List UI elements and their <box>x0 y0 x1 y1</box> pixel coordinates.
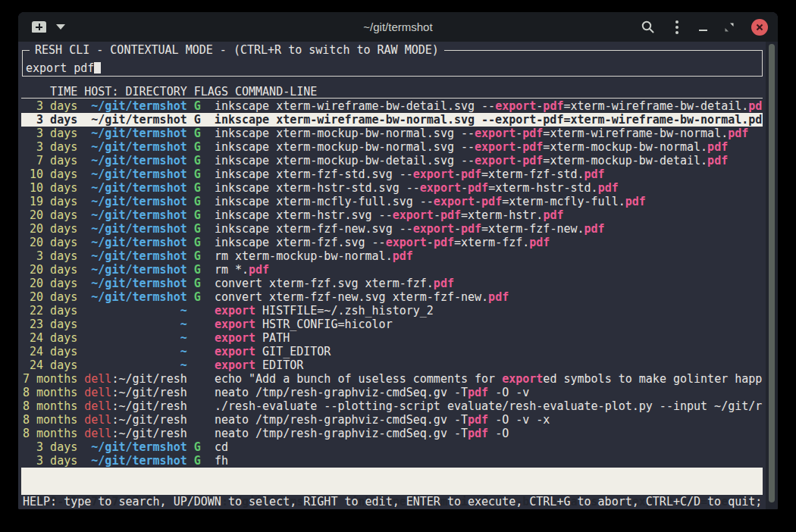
table-row[interactable]: 24 days ~ export EDITOR <box>21 358 763 372</box>
table-row[interactable]: 20 days ~/git/termshot G inkscape xterm-… <box>21 222 763 236</box>
table-row[interactable]: 20 days ~/git/termshot G convert xterm-f… <box>21 290 763 304</box>
table-row[interactable]: 22 days ~ export HISTFILE=~/.zsh_history… <box>21 304 763 318</box>
seg-match: pdf <box>529 236 550 249</box>
seg-cmd: inkscape xterm-hstr.svg -- <box>215 208 393 222</box>
seg-match: pd <box>748 99 762 113</box>
seg-match: export <box>475 127 516 140</box>
table-row[interactable]: 3 days ~/git/termshot G inkscape xterm-m… <box>21 140 763 154</box>
table-row[interactable]: 23 days ~ export HSTR_CONFIG=hicolor <box>21 318 763 331</box>
table-row[interactable]: 24 days ~ export PATH <box>21 331 763 345</box>
seg-host: dell <box>84 372 111 386</box>
table-row[interactable]: 20 days ~/git/termshot G rm *.pdf <box>21 263 763 277</box>
seg-cmd: neato /tmp/resh-graphviz-cmdSeq.gv -T <box>215 413 468 427</box>
seg-dir: ~ <box>180 318 187 331</box>
seg-cmd: rm xterm-mockup-bw-normal. <box>215 249 393 263</box>
seg-cmd: - <box>427 236 434 249</box>
table-row[interactable]: 7 days ~/git/termshot G inkscape xterm-m… <box>21 154 763 167</box>
seg-flag: G <box>194 154 201 167</box>
seg-plain <box>187 208 194 222</box>
seg-plain <box>201 263 215 277</box>
seg-match: pdf <box>393 249 413 263</box>
seg-cmd: =xterm-fzf-new. <box>481 222 584 236</box>
table-row[interactable]: 10 days ~/git/termshot G inkscape xterm-… <box>21 181 763 195</box>
seg-match: pdf <box>468 427 488 440</box>
restore-icon <box>723 21 735 33</box>
seg-cmd: inkscape xterm-fzf.svg -- <box>215 236 386 249</box>
seg-plain <box>201 290 215 304</box>
search-button[interactable] <box>641 20 655 34</box>
seg-match: pdf <box>584 167 605 181</box>
seg-dir: ~/git/termshot <box>91 167 186 181</box>
seg-match: pdf <box>461 167 481 181</box>
seg-sel: 3 days ~/git/termshot G inkscape xterm-w… <box>23 113 762 127</box>
seg-match: pdf <box>625 195 646 208</box>
seg-plain <box>187 358 215 372</box>
seg-cmd: cd <box>215 440 228 454</box>
table-row[interactable]: 8 months dell:~/git/resh neato /tmp/resh… <box>21 413 763 427</box>
seg-cmd: EDITOR <box>255 358 303 372</box>
seg-time: 19 days <box>23 195 77 208</box>
seg-cmd: PATH <box>255 331 290 345</box>
seg-flag: G <box>194 249 201 263</box>
seg-plain <box>187 290 194 304</box>
table-row[interactable]: 8 months dell:~/git/resh ./resh-evaluate… <box>21 399 763 413</box>
seg-plain <box>187 345 215 358</box>
table-row[interactable]: 3 days ~/git/termshot G inkscape xterm-m… <box>21 127 763 140</box>
seg-match: pdf <box>728 127 748 140</box>
table-row[interactable]: 24 days ~ export GIT_EDITOR <box>21 345 763 358</box>
seg-dir: ~/git/termshot <box>91 195 186 208</box>
seg-match: pdf <box>434 277 454 290</box>
menu-button[interactable] <box>671 19 683 36</box>
seg-time: 23 days <box>23 318 77 331</box>
scrollbar[interactable] <box>766 42 778 509</box>
seg-time: 8 months <box>23 413 77 427</box>
seg-dir: ~/git/termshot <box>91 440 186 454</box>
seg-cmd: inkscape xterm-mcfly-full.svg -- <box>215 195 434 208</box>
table-row[interactable]: 20 days ~/git/termshot G convert xterm-f… <box>21 277 763 290</box>
table-row[interactable]: 10 days ~/git/termshot G inkscape xterm-… <box>21 167 763 181</box>
seg-match: export <box>215 345 255 358</box>
table-row[interactable]: 3 days ~/git/termshot G cd <box>21 440 763 454</box>
scrollbar-thumb[interactable] <box>769 44 775 502</box>
seg-cmd: :~/git/resh <box>111 413 186 427</box>
seg-cmd: -O -v -x <box>488 413 550 427</box>
seg-cmd: - <box>516 127 522 140</box>
seg-match: pdf <box>584 222 605 236</box>
table-row[interactable]: 3 days ~/git/termshot G rm xterm-mockup-… <box>21 249 763 263</box>
table-row[interactable]: 3 days ~/git/termshot G inkscape xterm-w… <box>21 113 763 127</box>
minimize-button[interactable] <box>699 23 707 31</box>
table-row[interactable]: 3 days ~/git/termshot G fh <box>21 454 763 468</box>
table-row[interactable]: 8 months dell:~/git/resh neato /tmp/resh… <box>21 386 763 399</box>
seg-match: pdf <box>468 386 488 399</box>
table-row[interactable]: 8 months dell:~/git/resh neato /tmp/resh… <box>21 427 763 440</box>
resh-search-box[interactable]: RESH CLI - CONTEXTUAL MODE - (CTRL+R to … <box>22 50 763 77</box>
restore-button[interactable] <box>723 21 735 33</box>
seg-plain <box>77 386 84 399</box>
seg-flag: G <box>194 167 201 181</box>
seg-plain <box>77 454 91 468</box>
seg-plain <box>77 140 91 154</box>
seg-plain <box>187 277 194 290</box>
close-button[interactable] <box>751 19 768 36</box>
table-row[interactable]: 3 days ~/git/termshot G inkscape xterm-w… <box>21 99 763 113</box>
seg-cmd: HSTR_CONFIG=hicolor <box>255 318 393 331</box>
seg-cmd: =xterm-fzf. <box>454 236 529 249</box>
seg-plain <box>187 99 194 113</box>
seg-cmd: =xterm-hstr-std. <box>488 181 598 195</box>
seg-time: 3 days <box>23 140 77 154</box>
seg-time: 20 days <box>23 290 77 304</box>
seg-match: pdf <box>481 195 502 208</box>
search-query-input[interactable]: export pdf <box>26 61 101 75</box>
table-row[interactable]: 20 days ~/git/termshot G inkscape xterm-… <box>21 236 763 249</box>
seg-plain <box>77 208 91 222</box>
seg-match: pdf <box>434 236 454 249</box>
seg-match: pdf <box>543 99 563 113</box>
seg-plain <box>77 331 180 345</box>
seg-cmd: convert xterm-fzf-new.svg xterm-fzf-new. <box>215 290 488 304</box>
seg-plain <box>201 181 215 195</box>
seg-dir: ~/git/termshot <box>91 181 186 195</box>
table-row[interactable]: 7 months dell:~/git/resh echo "Add a bun… <box>21 372 763 386</box>
table-row[interactable]: 19 days ~/git/termshot G inkscape xterm-… <box>21 195 763 208</box>
table-row[interactable]: 20 days ~/git/termshot G inkscape xterm-… <box>21 208 763 222</box>
seg-time: 8 months <box>23 427 77 440</box>
